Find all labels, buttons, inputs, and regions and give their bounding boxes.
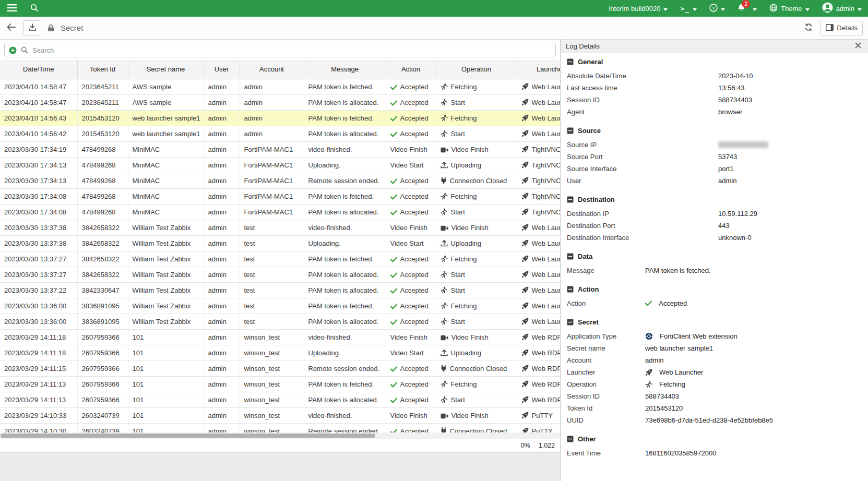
column-header-action[interactable]: Action <box>386 60 436 79</box>
table-row[interactable]: 2023/03/30 13:37:273842658322William Tes… <box>0 251 560 267</box>
cell-action: Accepted <box>386 282 436 298</box>
cell-message: PAM token is allocated. <box>304 314 386 329</box>
cell-account: winson_test <box>240 423 304 432</box>
detail-label: UUID <box>567 416 645 424</box>
table-row[interactable]: 2023/03/30 13:37:223842330647William Tes… <box>0 282 560 298</box>
section-header-action[interactable]: Action <box>567 284 862 294</box>
table-row[interactable]: 2023/04/10 14:56:432015453120web launche… <box>0 110 560 126</box>
check-icon <box>390 100 397 106</box>
cell-datetime: 2023/04/10 14:56:43 <box>0 110 77 126</box>
table-row[interactable]: 2023/03/30 17:34:08478499268MiniMACadmin… <box>0 204 560 220</box>
column-header-user[interactable]: User <box>204 60 240 79</box>
detail-row: Session ID588734403 <box>567 390 862 402</box>
column-header-date-time[interactable]: Date/Time <box>0 60 77 79</box>
cell-operation: Start <box>436 314 517 329</box>
cell-secret-name: 101 <box>128 345 204 360</box>
detail-label: Session ID <box>567 392 645 400</box>
column-header-launcher[interactable]: Launcher <box>517 60 560 79</box>
cell-token-id: 478499268 <box>77 173 128 188</box>
download-button[interactable] <box>23 20 41 35</box>
section-header-source[interactable]: Source <box>567 125 862 136</box>
run-icon <box>441 302 448 309</box>
run-icon <box>645 381 652 388</box>
cell-datetime: 2023/03/29 14:11:13 <box>0 376 77 392</box>
details-toggle-button[interactable]: Details <box>821 21 863 35</box>
table-row[interactable]: 2023/04/10 14:58:472023645211AWS samplea… <box>0 79 560 94</box>
rocket-icon <box>521 349 529 356</box>
close-details-button[interactable] <box>853 41 863 52</box>
table-row[interactable]: 2023/04/10 14:56:422015453120web launche… <box>0 126 560 141</box>
table-row[interactable]: 2023/03/30 17:34:13478499268MiniMACadmin… <box>0 157 560 173</box>
cell-user: admin <box>204 360 240 376</box>
cell-message: PAM token is allocated. <box>304 267 386 282</box>
detail-value: 2015453120 <box>645 404 683 412</box>
table-row[interactable]: 2023/03/30 13:36:003836891095William Tes… <box>0 298 560 314</box>
table-row[interactable]: 2023/03/30 13:37:383842658322William Tes… <box>0 235 560 251</box>
section-header-general[interactable]: General <box>567 56 862 67</box>
cli-console-dropdown[interactable]: >_ <box>680 5 697 13</box>
detail-label: Launcher <box>567 368 645 376</box>
detail-value: 588734403 <box>645 392 679 400</box>
cell-datetime: 2023/03/30 13:37:27 <box>0 251 77 267</box>
table-row[interactable]: 2023/04/10 14:58:472023645211AWS samplea… <box>0 94 560 110</box>
table-row[interactable]: 2023/03/30 13:37:273842658322William Tes… <box>0 267 560 282</box>
table-row[interactable]: 2023/03/29 14:11:152607959366101adminwin… <box>0 360 560 376</box>
table-row[interactable]: 2023/03/29 14:11:132607959366101adminwin… <box>0 376 560 392</box>
global-search-button[interactable] <box>29 3 40 15</box>
table-row[interactable]: 2023/03/30 17:34:19478499268MiniMACadmin… <box>0 141 560 157</box>
hamburger-menu-button[interactable] <box>6 3 18 14</box>
detail-value: 73e698b6-d7da-51ed-d238-4e52bbfeb8e5 <box>645 416 773 424</box>
cell-account: test <box>240 251 304 267</box>
detail-label: Last access time <box>567 84 718 92</box>
cell-operation: Start <box>436 267 517 282</box>
user-dropdown[interactable]: admin <box>822 2 862 15</box>
table-row[interactable]: 2023/03/29 14:10:332603240739101adminwin… <box>0 407 560 423</box>
table-row[interactable]: 2023/03/29 14:11:132607959366101adminwin… <box>0 392 560 407</box>
rocket-icon <box>645 369 652 376</box>
cell-secret-name: MiniMAC <box>128 157 204 173</box>
horizontal-scrollbar[interactable] <box>0 432 560 439</box>
refresh-button[interactable] <box>803 21 814 34</box>
table-row[interactable]: 2023/03/29 14:11:182607959366101adminwin… <box>0 345 560 360</box>
log-details-sections: GeneralAbsolute Date/Time2023-04-10Last … <box>561 53 868 481</box>
detail-label: User <box>567 177 718 185</box>
check-icon <box>390 319 397 325</box>
detail-value <box>718 141 768 148</box>
table-row[interactable]: 2023/03/30 13:37:383842658322William Tes… <box>0 220 560 235</box>
detail-row: UUID73e698b6-d7da-51ed-d238-4e52bbfeb8e5 <box>567 414 862 426</box>
column-header-secret-name[interactable]: Secret name <box>128 60 204 79</box>
svg-text:?: ? <box>712 5 715 10</box>
cell-token-id: 2023645211 <box>77 94 128 110</box>
notifications-dropdown[interactable]: 2 <box>738 4 757 14</box>
search-box <box>4 43 556 57</box>
detail-row: Source IP <box>567 139 862 151</box>
section-header-data[interactable]: Data <box>567 251 862 261</box>
back-button[interactable] <box>5 22 17 34</box>
table-row[interactable]: 2023/03/29 14:10:302603240739101adminwin… <box>0 423 560 432</box>
scrollbar-thumb[interactable] <box>1 434 375 438</box>
add-filter-icon[interactable] <box>9 46 17 54</box>
section-header-destination[interactable]: Destination <box>567 194 862 205</box>
build-version-dropdown[interactable]: interim build0020 <box>609 5 668 13</box>
check-icon <box>390 366 397 372</box>
table-row[interactable]: 2023/03/30 13:36:003836891095William Tes… <box>0 314 560 329</box>
section-header-other[interactable]: Other <box>567 434 862 444</box>
help-dropdown[interactable]: ? <box>709 4 725 14</box>
cell-action: Video Finish <box>386 220 436 235</box>
cell-datetime: 2023/03/29 14:11:18 <box>0 329 77 345</box>
detail-value: port1 <box>718 165 734 173</box>
cell-action: Accepted <box>386 392 436 407</box>
column-header-token-id[interactable]: Token Id <box>77 60 128 79</box>
column-header-account[interactable]: Account <box>240 60 304 79</box>
column-header-operation[interactable]: Operation <box>436 60 517 79</box>
table-row[interactable]: 2023/03/29 14:11:182607959366101adminwin… <box>0 329 560 345</box>
section-header-secret[interactable]: Secret <box>567 317 862 327</box>
column-header-message[interactable]: Message <box>304 60 386 79</box>
table-row[interactable]: 2023/03/30 17:34:08478499268MiniMACadmin… <box>0 188 560 204</box>
table-row[interactable]: 2023/03/30 17:34:13478499268MiniMACadmin… <box>0 173 560 188</box>
search-input[interactable] <box>32 46 551 54</box>
cell-user: admin <box>204 204 240 220</box>
cell-message: PAM token is fetched. <box>304 298 386 314</box>
cell-action: Video Start <box>386 345 436 360</box>
theme-dropdown[interactable]: Theme <box>769 4 809 14</box>
